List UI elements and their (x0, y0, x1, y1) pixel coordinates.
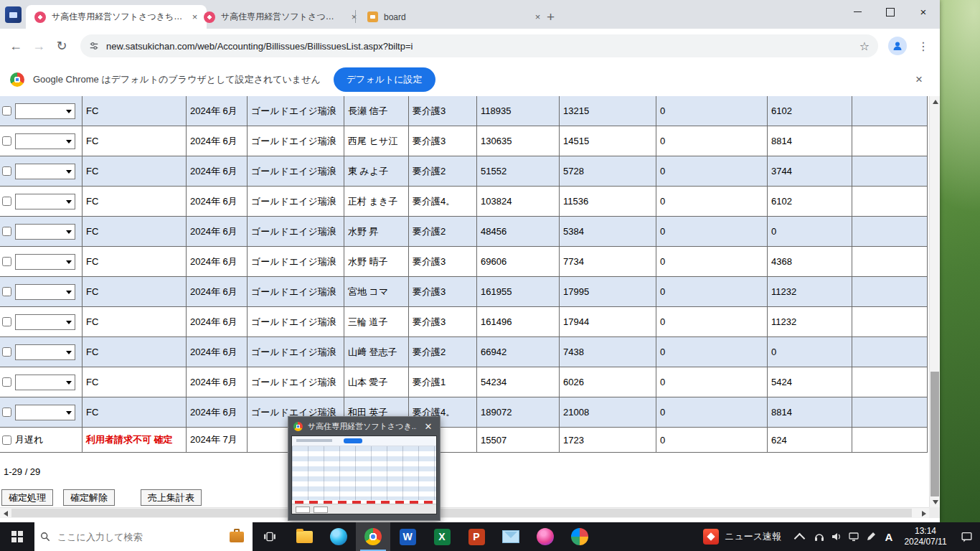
vertical-scrollbar[interactable] (929, 96, 940, 507)
set-default-button[interactable]: デフォルトに設定 (334, 67, 435, 92)
row-select-cell (0, 126, 83, 156)
preview-thumbnail[interactable] (291, 435, 437, 514)
row-status-dropdown[interactable] (15, 314, 75, 330)
row-checkbox[interactable] (2, 227, 11, 236)
row-status-dropdown[interactable] (15, 133, 75, 149)
table-row: FC 2024年 6月 ゴールドエイジ瑞浪 水野 晴子 要介護3 69606 7… (0, 247, 928, 277)
horizontal-scrollbar[interactable] (0, 507, 929, 518)
row-checkbox[interactable] (2, 166, 11, 176)
headset-tray-icon[interactable] (811, 522, 828, 551)
cell-extra: 5424 (768, 367, 852, 397)
row-status-dropdown[interactable] (15, 164, 75, 179)
cell-extra: 8814 (768, 126, 852, 156)
row-status-dropdown[interactable] (15, 224, 75, 240)
pen-tray-icon[interactable] (862, 522, 880, 551)
tab-satsuki-1[interactable]: サ高住専用経営ソフトさつきちゃん × (26, 5, 207, 29)
row-status-dropdown[interactable] (15, 194, 75, 209)
system-tray: ニュース速報 A 13:14 2024/07/11 (696, 522, 980, 551)
task-view-button[interactable] (253, 522, 287, 551)
row-checkbox[interactable] (2, 136, 11, 146)
browser-menu-icon[interactable]: ⋮ (914, 37, 933, 55)
desktop-wallpaper: サ高住専用経営ソフトさつきちゃん × サ高住専用経営ソフトさつきちゃん × bo… (0, 0, 980, 551)
edge-button[interactable] (321, 522, 356, 551)
row-status-dropdown[interactable] (15, 405, 75, 420)
vertical-scroll-thumb[interactable] (930, 372, 939, 496)
notification-icon (961, 531, 973, 543)
start-button[interactable] (0, 522, 34, 551)
scroll-down-icon[interactable] (930, 496, 940, 507)
forward-icon[interactable]: → (27, 34, 50, 57)
row-checkbox[interactable] (2, 377, 11, 387)
word-button[interactable]: W (390, 522, 425, 551)
page-content: FC 2024年 6月 ゴールドエイジ瑞浪 長瀬 信子 要介護3 118935 … (0, 96, 940, 522)
back-icon[interactable]: ← (4, 34, 27, 57)
maximize-button[interactable] (874, 0, 907, 24)
row-status-dropdown[interactable] (15, 103, 75, 119)
row-checkbox[interactable] (2, 287, 11, 296)
display-tray-icon[interactable] (845, 522, 862, 551)
cell-amount: 103824 (477, 187, 560, 217)
table-row: FC 2024年 6月 ゴールドエイジ瑞浪 山本 愛子 要介護1 54234 6… (0, 367, 928, 397)
ime-indicator[interactable]: A (880, 531, 898, 543)
bookmark-star-icon[interactable]: ☆ (859, 39, 870, 53)
speaker-tray-icon[interactable] (828, 522, 845, 551)
close-button[interactable]: × (907, 0, 940, 24)
minimize-button[interactable] (841, 0, 874, 24)
cell-amount: 161955 (477, 277, 560, 307)
scroll-up-icon[interactable] (930, 96, 940, 107)
row-status-dropdown[interactable] (15, 254, 75, 270)
tab-satsuki-2[interactable]: サ高住専用経営ソフトさつきちゃん × (195, 5, 366, 29)
confirm-button[interactable]: 確定処理 (1, 489, 53, 506)
infobar-close-icon[interactable]: × (911, 72, 927, 88)
pink-app-button[interactable] (528, 522, 562, 551)
row-status-dropdown[interactable] (15, 284, 75, 300)
url-text[interactable]: new.satsukichan.com/web/Accounting/Billi… (106, 41, 852, 52)
chrome-button[interactable] (356, 522, 390, 551)
excel-button[interactable]: X (425, 522, 459, 551)
new-tab-button[interactable]: + (541, 7, 560, 27)
chrome-icon (293, 422, 303, 431)
tab-board[interactable]: board × (359, 5, 550, 29)
horizontal-scroll-thumb[interactable] (11, 509, 912, 517)
row-select-cell (0, 277, 83, 307)
cell-amount: 130635 (477, 126, 560, 156)
mail-button[interactable] (494, 522, 528, 551)
popup-close-icon[interactable]: ✕ (422, 420, 435, 433)
news-widget[interactable]: ニュース速報 (696, 522, 788, 551)
chevron-down-icon (66, 381, 72, 385)
row-status-dropdown[interactable] (15, 375, 75, 390)
row-status-dropdown[interactable] (15, 344, 75, 360)
row-checkbox[interactable] (2, 197, 11, 206)
cell-fc: FC (83, 126, 187, 156)
cell-resident-name: 東 みよ子 (344, 156, 409, 187)
refresh-icon[interactable]: ↻ (50, 34, 73, 57)
sales-summary-button[interactable]: 売上集計表 (141, 489, 202, 506)
tab-separator (355, 10, 356, 23)
taskbar-search[interactable] (34, 522, 253, 551)
scroll-right-icon[interactable] (918, 508, 929, 519)
powerpoint-button[interactable]: P (459, 522, 494, 551)
row-checkbox[interactable] (2, 435, 11, 445)
cell-amount: 118935 (477, 96, 560, 126)
profile-avatar[interactable] (888, 37, 907, 55)
taskbar-clock[interactable]: 13:14 2024/07/11 (898, 526, 953, 547)
row-checkbox[interactable] (2, 257, 11, 266)
search-input[interactable] (56, 531, 224, 543)
row-checkbox[interactable] (2, 106, 11, 116)
color-app-button[interactable] (562, 522, 597, 551)
tray-expand-icon[interactable] (794, 532, 806, 544)
scroll-left-icon[interactable] (0, 508, 11, 519)
row-checkbox[interactable] (2, 408, 11, 417)
table-row: FC 2024年 6月 ゴールドエイジ瑞浪 宮地 コマ 要介護3 161955 … (0, 277, 928, 307)
taskbar-thumbnail-popup[interactable]: サ高住専用経営ソフトさつき... ✕ (288, 416, 440, 521)
file-explorer-button[interactable] (287, 522, 321, 551)
row-checkbox[interactable] (2, 317, 11, 326)
briefcase-icon[interactable] (230, 532, 244, 542)
unconfirm-button[interactable]: 確定解除 (63, 489, 115, 506)
site-info-icon[interactable] (89, 41, 99, 51)
address-bar[interactable]: new.satsukichan.com/web/Accounting/Billi… (80, 34, 878, 57)
row-checkbox[interactable] (2, 347, 11, 357)
action-center-button[interactable] (953, 522, 980, 551)
cell-fee: 17995 (560, 277, 656, 307)
window-controls: × (841, 0, 940, 24)
